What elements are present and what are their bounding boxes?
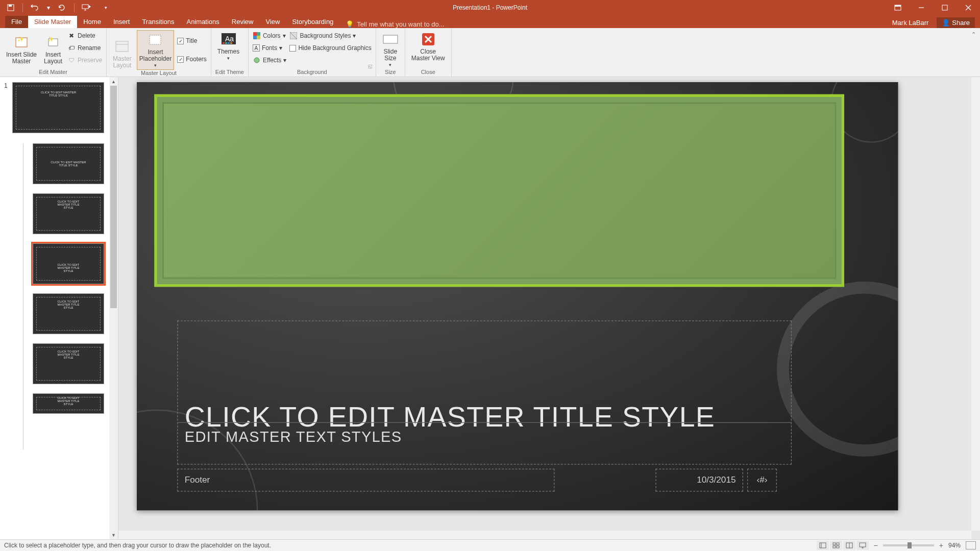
subtitle-text: EDIT MASTER TEXT STYLES (178, 423, 791, 451)
svg-rect-36 (833, 546, 836, 548)
preserve-button[interactable]: 🛡Preserve (67, 55, 102, 66)
start-from-beginning-button[interactable] (82, 3, 91, 12)
lightbulb-icon: 💡 (346, 20, 354, 28)
fonts-button[interactable]: AFonts ▾ (253, 42, 286, 54)
footer-placeholder[interactable]: Footer (177, 469, 554, 492)
editor-horizontal-scrollbar[interactable] (118, 531, 971, 539)
title-placeholder[interactable]: CLICK TO EDIT MASTER TITLE STYLE EDIT MA… (177, 320, 792, 464)
svg-rect-1 (9, 5, 12, 7)
tell-me-search[interactable]: 💡 Tell me what you want to do... (346, 20, 444, 28)
svg-text:Aa: Aa (225, 35, 234, 43)
svg-rect-35 (837, 543, 839, 545)
checkbox-checked-icon: ✓ (177, 38, 184, 44)
share-button[interactable]: 👤 Share (937, 17, 975, 28)
workspace: 1 CLICK TO EDIT MASTER TITLE STYLE CLICK… (0, 77, 980, 539)
effects-icon (253, 56, 261, 64)
slide-master-thumbnail[interactable]: CLICK TO EDIT MASTER TITLE STYLE (12, 82, 104, 133)
svg-rect-19 (225, 42, 227, 44)
tab-transitions[interactable]: Transitions (136, 16, 180, 28)
date-placeholder[interactable]: 10/3/2015 (655, 469, 743, 492)
editor-vertical-scrollbar[interactable] (971, 77, 980, 531)
group-label: Background (253, 69, 372, 77)
svg-rect-34 (833, 543, 836, 545)
group-close: Close Master View Close (405, 28, 452, 77)
tab-animations[interactable]: Animations (181, 16, 226, 28)
insert-slide-master-button[interactable]: ✨ Insert Slide Master (4, 30, 39, 66)
insert-slide-master-icon: ✨ (13, 34, 30, 51)
layout-thumbnail[interactable]: CLICK TO EDIT MASTER TITLE STYLE (33, 143, 104, 184)
close-master-icon (420, 31, 436, 47)
hide-background-checkbox[interactable]: Hide Background Graphics (289, 42, 371, 54)
status-hint: Click to select a placeholder type, and … (4, 542, 271, 549)
fit-to-window-button[interactable] (966, 541, 976, 549)
close-master-view-button[interactable]: Close Master View (409, 30, 447, 63)
master-number: 1 (4, 82, 10, 89)
undo-button[interactable] (30, 3, 39, 12)
scroll-up-icon[interactable]: ▲ (109, 77, 118, 86)
slide-number-placeholder[interactable]: ‹#› (747, 469, 777, 492)
insert-placeholder-button[interactable]: Insert Placeholder▾ (137, 30, 174, 70)
ribbon-display-options-button[interactable] (886, 0, 910, 15)
slide-sorter-view-button[interactable] (830, 541, 842, 550)
group-edit-theme: Aa Themes▾ Edit Theme (211, 28, 249, 77)
picture-placeholder-shape[interactable] (154, 94, 844, 287)
layout-thumbnail-selected[interactable]: CLICK TO EDIT MASTER TITLE STYLE (33, 243, 104, 284)
title-checkbox[interactable]: ✓Title (177, 35, 207, 46)
redo-button[interactable] (58, 3, 67, 12)
tab-storyboarding[interactable]: Storyboarding (286, 16, 339, 28)
zoom-out-button[interactable]: − (874, 541, 878, 549)
qat-customize-dropdown[interactable]: ▾ (103, 3, 108, 12)
slide-canvas[interactable]: CLICK TO EDIT MASTER TITLE STYLE EDIT MA… (137, 82, 898, 511)
layout-thumbnail[interactable]: CLICK TO EDIT MASTER TITLE STYLE (33, 193, 104, 234)
thumbnail-scrollbar[interactable]: ▲ ▼ (109, 77, 118, 539)
zoom-percent[interactable]: 94% (948, 542, 961, 549)
close-button[interactable] (957, 0, 980, 15)
maximize-button[interactable] (933, 0, 957, 15)
ribbon-tabs: File Slide Master Home Insert Transition… (0, 15, 980, 28)
tab-review[interactable]: Review (226, 16, 260, 28)
save-icon[interactable] (6, 3, 15, 12)
slide-size-icon (382, 31, 399, 47)
rename-button[interactable]: 🏷Rename (67, 42, 102, 54)
tab-insert[interactable]: Insert (107, 16, 136, 28)
insert-layout-icon: ✨ (45, 34, 61, 51)
tab-home[interactable]: Home (77, 16, 107, 28)
svg-rect-28 (383, 35, 398, 43)
tab-file[interactable]: File (5, 16, 28, 28)
themes-button[interactable]: Aa Themes▾ (215, 30, 241, 62)
group-edit-master: ✨ Insert Slide Master ✨ Insert Layout ✖D… (0, 28, 107, 77)
slideshow-view-button[interactable] (856, 541, 869, 550)
zoom-slider-handle[interactable] (908, 542, 912, 548)
background-styles-icon (289, 32, 298, 40)
zoom-in-button[interactable]: + (939, 541, 943, 549)
footers-checkbox[interactable]: ✓Footers (177, 54, 207, 65)
scrollbar-thumb[interactable] (110, 86, 117, 308)
checkbox-checked-icon: ✓ (177, 56, 184, 63)
delete-button[interactable]: ✖Delete (67, 30, 102, 41)
background-styles-button[interactable]: Background Styles ▾ (289, 30, 371, 41)
checkbox-unchecked-icon (289, 45, 296, 52)
slide-size-button[interactable]: Slide Size▾ (380, 30, 401, 69)
zoom-slider[interactable] (883, 544, 934, 546)
reading-view-button[interactable] (843, 541, 855, 550)
layout-thumbnail[interactable]: CLICK TO EDIT MASTER TITLE STYLE (33, 393, 104, 414)
collapse-ribbon-button[interactable]: ⌃ (971, 31, 976, 38)
subtitle-placeholder[interactable]: EDIT MASTER TEXT STYLES (178, 422, 791, 464)
tab-slide-master[interactable]: Slide Master (28, 16, 77, 28)
tab-view[interactable]: View (259, 16, 286, 28)
dialog-launcher-icon[interactable]: ◱ (368, 64, 373, 69)
effects-button[interactable]: Effects ▾ (253, 55, 286, 66)
insert-layout-button[interactable]: ✨ Insert Layout (42, 30, 64, 66)
layout-thumbnail[interactable]: CLICK TO EDIT MASTER TITLE STYLE (33, 293, 104, 334)
quick-access-toolbar: ▾ ▾ (0, 3, 108, 12)
scroll-down-icon[interactable]: ▼ (109, 531, 118, 539)
svg-rect-25 (257, 36, 260, 39)
minimize-button[interactable] (910, 0, 933, 15)
thumbnail-pane: 1 CLICK TO EDIT MASTER TITLE STYLE CLICK… (0, 77, 118, 539)
preserve-icon: 🛡 (67, 56, 76, 64)
layout-thumbnail[interactable]: CLICK TO EDIT MASTER TITLE STYLE (33, 343, 104, 384)
normal-view-button[interactable] (817, 541, 829, 550)
user-name[interactable]: Mark LaBarr (892, 19, 929, 27)
undo-dropdown[interactable]: ▾ (46, 3, 51, 12)
colors-button[interactable]: Colors ▾ (253, 30, 286, 41)
